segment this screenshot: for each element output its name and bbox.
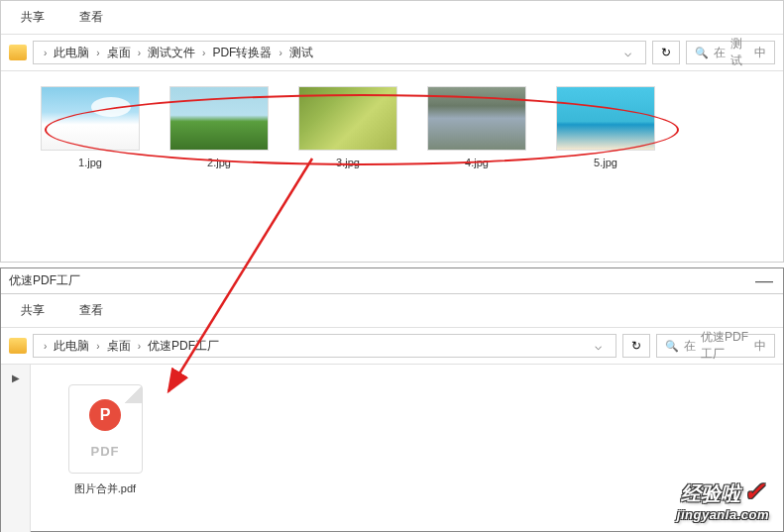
breadcrumb-item[interactable]: 桌面: [104, 338, 134, 355]
top-explorer-window: 共享 查看 › 此电脑 › 桌面 › 测试文件 › PDF转换器 › 测试 ⌵ …: [0, 0, 784, 263]
chevron-right-icon: ›: [138, 341, 141, 352]
ribbon-tabs: 共享 查看: [1, 1, 783, 35]
file-label: 1.jpg: [41, 157, 140, 168]
file-item[interactable]: 1.jpg: [41, 86, 140, 168]
minimize-button[interactable]: —: [755, 270, 773, 291]
expand-nav-icon[interactable]: ▶: [1, 365, 30, 391]
search-suffix: 中: [754, 45, 766, 61]
search-suffix: 中: [754, 338, 766, 355]
title-bar[interactable]: 优速PDF工厂 —: [1, 268, 783, 294]
checkmark-icon: ✓: [743, 477, 765, 506]
chevron-right-icon: ›: [279, 48, 281, 58]
chevron-right-icon: ›: [44, 341, 47, 352]
breadcrumb-item[interactable]: 测试: [286, 45, 316, 61]
chevron-right-icon: ›: [44, 48, 47, 58]
file-item[interactable]: P PDF 图片合并.pdf: [60, 384, 150, 496]
chevron-right-icon: ›: [138, 48, 141, 58]
search-input[interactable]: 🔍 在 测试 中: [686, 41, 775, 64]
image-thumbnail: [169, 86, 269, 151]
files-row: 1.jpg 2.jpg 3.jpg 4.jpg 5.jpg: [41, 86, 743, 168]
breadcrumb-item[interactable]: 桌面: [104, 45, 134, 61]
file-label: 图片合并.pdf: [60, 481, 150, 496]
chevron-right-icon: ›: [202, 48, 205, 58]
breadcrumb-item[interactable]: 优速PDF工厂: [145, 338, 222, 355]
image-thumbnail: [427, 86, 526, 151]
address-bar: › 此电脑 › 桌面 › 测试文件 › PDF转换器 › 测试 ⌵ ↻ 🔍 在 …: [1, 35, 783, 71]
breadcrumb-item[interactable]: 此电脑: [51, 45, 92, 61]
tab-share[interactable]: 共享: [16, 6, 50, 29]
file-item[interactable]: 2.jpg: [169, 86, 269, 168]
chevron-down-icon[interactable]: ⌵: [588, 334, 608, 358]
search-placeholder: 在: [714, 45, 726, 61]
image-thumbnail: [298, 86, 397, 151]
search-placeholder: 在: [684, 338, 696, 355]
folder-icon[interactable]: [9, 45, 27, 60]
file-label: 2.jpg: [169, 157, 269, 168]
watermark-url: jingyanla.com: [677, 507, 769, 522]
bottom-explorer-window: 优速PDF工厂 — 共享 查看 › 此电脑 › 桌面 › 优速PDF工厂 ⌵ ↻…: [0, 267, 784, 532]
refresh-button[interactable]: ↻: [622, 334, 650, 358]
search-icon: 🔍: [665, 340, 679, 353]
file-item[interactable]: 3.jpg: [298, 86, 397, 168]
search-icon: 🔍: [695, 47, 709, 59]
ribbon-tabs: 共享 查看: [1, 294, 783, 328]
breadcrumb-item[interactable]: PDF转换器: [209, 45, 275, 61]
search-context: 优速PDF工厂: [701, 329, 749, 363]
breadcrumb-item[interactable]: 此电脑: [51, 338, 92, 355]
pdf-icon: P PDF: [68, 384, 143, 474]
breadcrumb-item[interactable]: 测试文件: [145, 45, 198, 61]
file-label: 5.jpg: [556, 157, 655, 168]
refresh-icon: ↻: [631, 339, 641, 353]
chevron-right-icon: ›: [96, 341, 99, 352]
file-label: 4.jpg: [427, 157, 526, 168]
search-input[interactable]: 🔍 在 优速PDF工厂 中: [656, 334, 775, 358]
search-context: 测试: [730, 36, 749, 69]
watermark: 经验啦 ✓ jingyanla.com: [677, 477, 769, 522]
file-area[interactable]: P PDF 图片合并.pdf: [31, 365, 783, 532]
tab-view[interactable]: 查看: [74, 6, 108, 29]
chevron-right-icon: ›: [96, 48, 99, 58]
address-bar: › 此电脑 › 桌面 › 优速PDF工厂 ⌵ ↻ 🔍 在 优速PDF工厂 中: [1, 328, 783, 365]
file-area[interactable]: 1.jpg 2.jpg 3.jpg 4.jpg 5.jpg: [1, 71, 783, 183]
file-item[interactable]: 4.jpg: [427, 86, 526, 168]
nav-sidebar: ▶: [1, 365, 31, 532]
content-area: ▶ P PDF 图片合并.pdf: [1, 365, 783, 532]
file-item[interactable]: 5.jpg: [556, 86, 655, 168]
image-thumbnail: [556, 86, 655, 151]
folder-icon[interactable]: [9, 338, 27, 354]
image-thumbnail: [41, 86, 140, 151]
tab-share[interactable]: 共享: [16, 299, 50, 322]
pdf-badge-icon: P: [89, 399, 121, 431]
file-label: 3.jpg: [298, 157, 397, 168]
refresh-icon: ↻: [661, 46, 671, 59]
pdf-type-label: PDF: [91, 444, 120, 459]
breadcrumb[interactable]: › 此电脑 › 桌面 › 测试文件 › PDF转换器 › 测试 ⌵: [33, 41, 646, 64]
watermark-text: 经验啦: [681, 480, 740, 507]
page-fold-icon: [124, 385, 142, 403]
window-title: 优速PDF工厂: [9, 272, 775, 289]
breadcrumb[interactable]: › 此电脑 › 桌面 › 优速PDF工厂 ⌵: [33, 334, 616, 358]
refresh-button[interactable]: ↻: [652, 41, 680, 64]
tab-view[interactable]: 查看: [74, 299, 108, 322]
chevron-down-icon[interactable]: ⌵: [617, 41, 637, 64]
